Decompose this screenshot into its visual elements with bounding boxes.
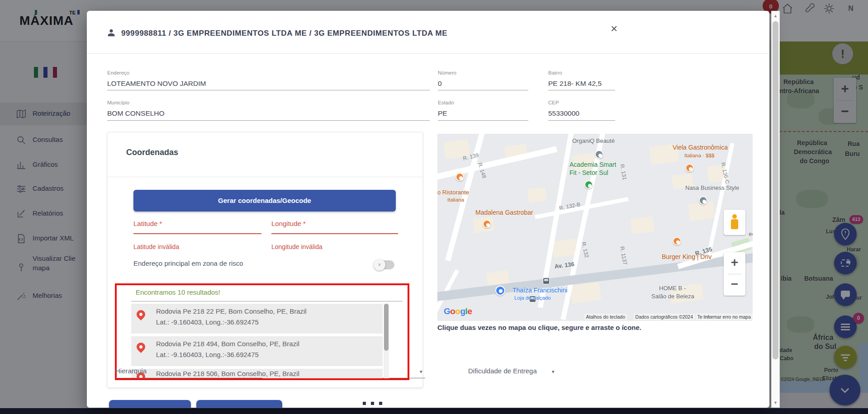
map-data-attribution: Dados cartográficos ©2024 <box>634 314 695 320</box>
longitude-error: Longitude inválida <box>271 243 323 250</box>
chevron-down-icon: ▾ <box>552 369 555 375</box>
estado-underline <box>438 120 528 121</box>
cep-underline <box>548 120 615 121</box>
bus-stop-icon[interactable] <box>543 278 550 284</box>
drag-dots <box>379 402 382 405</box>
poi-label: Italiana · $$$ <box>684 153 715 158</box>
street-label: R. 132 <box>580 241 590 258</box>
bairro-label: Bairro <box>548 70 562 75</box>
results-scrollbar[interactable] <box>384 304 389 379</box>
municipio-underline <box>107 120 430 121</box>
poi-label[interactable]: OrganiQ Beauté <box>572 137 615 144</box>
numero-field[interactable]: 0 <box>438 80 442 88</box>
location-pin-icon <box>135 308 147 320</box>
risk-zone-toggle[interactable]: × <box>375 260 394 269</box>
risk-zone-label: Endereço principal em zona de risco <box>133 259 243 267</box>
hierarquia-select[interactable]: Hierarquia <box>115 367 147 375</box>
modal-secondary-button[interactable] <box>196 400 282 408</box>
location-pin-icon <box>135 341 147 353</box>
latitude-label: Latitude * <box>133 220 162 227</box>
bairro-underline <box>548 90 615 90</box>
poi-label: Fit - Setor Sul <box>569 169 608 176</box>
result-coords: Lat.: -9.160403, Long.:-36.692475 <box>156 318 259 326</box>
numero-underline <box>438 90 528 90</box>
street-label: R. 1137 <box>619 246 628 265</box>
google-logo[interactable]: Google <box>444 306 472 316</box>
report-error-link[interactable]: Informar erro no mapa <box>702 314 753 320</box>
scroll-down-arrow[interactable]: ▼ <box>772 399 779 406</box>
close-icon[interactable]: × <box>611 24 617 33</box>
shop-pin-icon[interactable] <box>595 150 603 159</box>
modal-title: 9999988811 / 3G EMPREENDIMENTOS LTDA ME … <box>121 29 447 38</box>
estado-field[interactable]: PE <box>438 109 447 118</box>
coordenadas-heading: Coordenadas <box>126 148 178 157</box>
poi-label[interactable]: o Ristorante <box>437 189 469 196</box>
street-label: R. 131 <box>619 164 628 180</box>
result-item[interactable]: Rodovia Pe 218 494, Bom Conselho, PE, Br… <box>131 336 383 366</box>
longitude-underline[interactable] <box>271 233 398 234</box>
result-address: Rodovia Pe 218 22 PE, Bom Conselho, PE, … <box>156 307 307 315</box>
poi-label: Salão de Beleza <box>651 293 694 300</box>
restaurant-pin-icon[interactable] <box>455 173 464 181</box>
endereco-label: Endereço <box>107 70 129 75</box>
restaurant-pin-icon[interactable] <box>673 237 681 245</box>
gym-pin-icon[interactable] <box>584 180 593 189</box>
app-root: MÁXIMA TE 0 N <box>0 0 868 414</box>
result-coords: Lat.: -9.160403, Long.:-36.692475 <box>156 351 259 358</box>
pegman-icon <box>732 214 737 219</box>
toggle-knob: × <box>374 259 385 271</box>
poi-label: HOME B - <box>659 285 686 292</box>
modal-primary-button[interactable] <box>109 400 191 408</box>
poi-label: ec <box>749 231 753 237</box>
poi-label[interactable]: Burger King | Driv <box>662 253 711 260</box>
scrollbar-thumb[interactable] <box>773 21 778 359</box>
cep-label: CEP <box>548 100 559 105</box>
road <box>535 197 629 219</box>
store-pin-icon[interactable] <box>495 286 505 296</box>
latitude-underline[interactable] <box>133 233 261 234</box>
scroll-up-arrow[interactable]: ▲ <box>772 12 779 19</box>
estado-label: Estado <box>438 100 454 105</box>
pegman-control[interactable] <box>724 210 745 235</box>
zoom-in-button[interactable]: + <box>724 252 745 274</box>
dificuldade-entrega-select[interactable]: Dificuldade de Entrega <box>468 367 537 375</box>
poi-label[interactable]: Madalena Gastrobar <box>475 209 533 216</box>
shop-pin-icon[interactable] <box>699 196 707 205</box>
longitude-label: Longitude * <box>271 220 306 227</box>
geocode-button[interactable]: Gerar coordenadas/Geocode <box>133 190 396 212</box>
map-hint-text: Clique duas vezes no mapa ou clique, seg… <box>437 324 641 331</box>
latitude-error: Latitude inválida <box>133 243 179 250</box>
endereco-underline <box>107 90 430 90</box>
poi-label[interactable]: Thaíza Francischini <box>512 287 567 294</box>
poi-label: Italiana <box>447 197 464 202</box>
cep-field[interactable]: 55330000 <box>548 109 579 118</box>
poi-label[interactable]: Academia Smart <box>569 161 616 168</box>
result-address: Rodovia Pe 218 506, Bom Conselho, PE, Br… <box>156 370 299 377</box>
bar-pin-icon[interactable] <box>483 220 491 228</box>
person-icon <box>106 27 116 38</box>
pegman-body <box>731 219 738 229</box>
poi-label[interactable]: Viela Gastronômica <box>673 144 728 151</box>
map-zoom-control: + − <box>724 252 745 296</box>
chevron-down-icon: ▾ <box>420 369 422 375</box>
keyboard-shortcuts-link[interactable]: Atalhos do teclado <box>584 314 627 320</box>
drag-dots <box>371 402 374 405</box>
result-item[interactable]: Rodovia Pe 218 22 PE, Bom Conselho, PE, … <box>131 304 383 334</box>
map-block <box>630 216 655 235</box>
divider <box>108 177 422 177</box>
municipio-label: Município <box>107 100 129 105</box>
results-scrollbar-thumb[interactable] <box>384 304 389 351</box>
results-divider <box>131 301 403 301</box>
map-block <box>570 282 602 304</box>
municipio-field[interactable]: BOM CONSELHO <box>107 109 165 118</box>
bairro-field[interactable]: PE 218- KM 42,5 <box>548 80 602 88</box>
modal-scrollbar[interactable]: ▲ ▼ <box>771 11 780 408</box>
google-map[interactable]: R. 139 R. 148 R. 132-B R. 132 R. 131 R. … <box>437 134 753 321</box>
restaurant-pin-icon[interactable] <box>685 164 694 172</box>
divider <box>87 53 769 54</box>
poi-label: Loja de calçado <box>514 295 551 301</box>
drag-dots <box>363 402 366 405</box>
zoom-out-button[interactable]: − <box>724 274 745 296</box>
poi-label[interactable]: Nasa Business Style <box>685 184 739 191</box>
endereco-field[interactable]: LOTEAMENTO NOVO JARDIM <box>107 80 206 88</box>
